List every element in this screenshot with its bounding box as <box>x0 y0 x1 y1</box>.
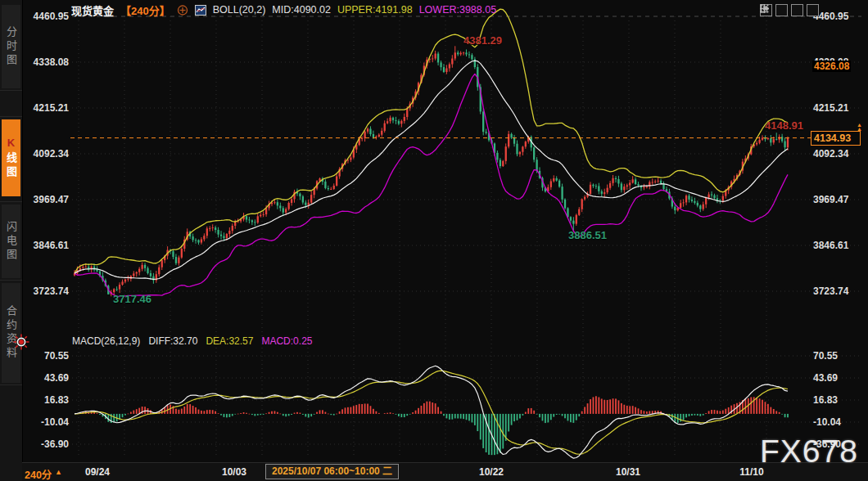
price-tick-left: 4460.95 <box>21 11 69 22</box>
macd-macd-value: MACD:0.25 <box>261 335 312 347</box>
indicator-menu-icon[interactable] <box>177 5 188 16</box>
trading-app-window: 分时图K线图闪电图合约资料 现货黄金 【240分】 BOLL(20,2) MID… <box>0 0 868 481</box>
macd-tick-left: 16.83 <box>21 394 69 406</box>
price-tick-right: 4215.21 <box>813 102 866 114</box>
period-tag: 【240分】 <box>120 2 170 18</box>
period-selector[interactable]: 240分 <box>25 466 52 481</box>
price-tick-right: 4092.34 <box>813 148 866 160</box>
price-tick-right: 3969.47 <box>813 194 866 205</box>
crosshair-date-readout: 2025/10/07 06:00~10:00 二 <box>265 464 399 479</box>
date-tick: 09/24 <box>85 466 110 478</box>
sidebar-divider <box>0 90 22 91</box>
price-tick-right: 3723.74 <box>813 285 866 297</box>
price-annotation: 3717.46 <box>113 293 151 305</box>
chart-legend: 现货黄金 【240分】 BOLL(20,2) MID:4090.02 UPPER… <box>71 2 496 17</box>
live-indicator-icon <box>13 334 29 350</box>
date-tick: 10/31 <box>616 466 640 478</box>
candlestick-series <box>74 46 789 296</box>
price-tick-left: 4092.34 <box>21 148 69 160</box>
macd-diff-value: DIFF:32.70 <box>148 335 197 347</box>
macd-tick-right: 16.83 <box>813 394 866 406</box>
price-macd-chart <box>0 0 868 462</box>
sidebar-divider <box>0 201 22 202</box>
sidebar-tab-4[interactable]: 合约资料 <box>2 283 20 383</box>
sidebar-divider <box>0 116 22 117</box>
boll-lower-value: LOWER:3988.05 <box>419 4 497 16</box>
symbol-name: 现货黄金 <box>71 2 114 18</box>
watermark: FX678 <box>760 434 858 470</box>
price-tick-right: 3846.61 <box>813 240 866 251</box>
macd-tick-left: -10.04 <box>21 416 69 428</box>
sidebar-divider <box>0 384 22 385</box>
time-axis-bar: 240分 ▲ 2025/10/07 06:00~10:00 二 09/2410/… <box>22 462 868 481</box>
macd-tick-right: -10.04 <box>813 416 866 428</box>
price-tick-left: 4215.21 <box>21 102 69 114</box>
price-annotation: 4148.91 <box>765 119 803 132</box>
price-tick-left: 3846.61 <box>21 240 69 251</box>
date-tick: 10/03 <box>222 466 246 478</box>
price-annotation: 4381.29 <box>463 34 502 47</box>
boll-mid-value: MID:4090.02 <box>272 4 331 16</box>
macd-tick-right: 70.55 <box>813 350 866 362</box>
price-tick-left: 3969.47 <box>21 194 69 205</box>
sidebar: 分时图K线图闪电图合约资料 <box>0 0 23 481</box>
period-selector-arrow-icon[interactable]: ▲ <box>55 468 62 476</box>
macd-tick-left: -36.90 <box>21 438 69 450</box>
price-tick-right: 4460.95 <box>813 11 866 22</box>
sidebar-tab-2[interactable]: K线图 <box>2 119 20 196</box>
zoom-out-chart-icon[interactable] <box>791 4 803 16</box>
macd-tick-right: 43.69 <box>813 372 866 384</box>
macd-tick-left: 43.69 <box>21 372 69 384</box>
boll-label: BOLL(20,2) <box>213 4 266 16</box>
chart-toolbar <box>760 4 819 16</box>
sidebar-divider <box>0 280 22 281</box>
zoom-in-chart-icon[interactable] <box>775 4 788 16</box>
sidebar-tab-3[interactable]: 闪电图 <box>2 205 20 278</box>
date-tick: 10/22 <box>479 466 504 478</box>
macd-legend: MACD(26,12,9) DIFF:32.70 DEA:32.57 MACD:… <box>72 335 312 347</box>
boll-upper-value: UPPER:4191.98 <box>337 4 413 16</box>
sidebar-tab-1[interactable]: 分时图 <box>2 5 20 88</box>
exit-chart-icon[interactable] <box>807 4 819 16</box>
tab-accent-char: K <box>5 137 17 152</box>
macd-dea-value: DEA:32.57 <box>206 335 253 347</box>
last-price-badge: 4134.93 <box>811 131 861 146</box>
marked-high-label: 4326.08 <box>812 61 851 72</box>
price-tick-left: 3723.74 <box>21 285 69 297</box>
chart-type-icon[interactable] <box>195 5 206 16</box>
macd-label: MACD(26,12,9) <box>72 335 140 347</box>
macd-tick-left: 70.55 <box>21 350 69 362</box>
price-annotation: 3886.51 <box>568 229 607 241</box>
price-tick-left: 4338.08 <box>21 56 69 68</box>
price-up-marker: ▲▲ <box>857 123 865 131</box>
